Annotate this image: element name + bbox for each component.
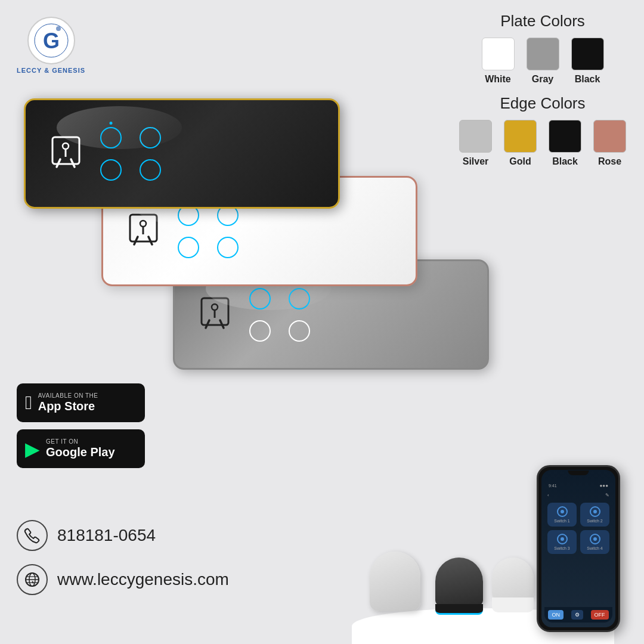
swatch-silver-label: Silver [463, 156, 489, 167]
apple-appstore-badge[interactable]:  Available on the App Store [17, 383, 145, 422]
globe-icon [17, 564, 48, 595]
svg-point-14 [212, 304, 218, 310]
swatch-silver [459, 120, 492, 153]
svg-text:G: G [43, 29, 60, 53]
phone-switches-grid: Switch 1 Switch 2 Switch 3 Switch 4 [546, 503, 611, 554]
phone-screen: 9:41 ●●● ‹ ✎ Switch 1 Switch 2 [541, 470, 615, 627]
website-url: www.leccygenesis.com [57, 570, 229, 589]
edge-rose-swatch: Rose [593, 120, 626, 167]
swatch-white [482, 38, 515, 70]
switch1-label: Switch 1 [554, 519, 569, 523]
phone-switch-2: Switch 2 [580, 503, 609, 527]
swatch-black-label: Black [575, 74, 600, 85]
phone-app-ui: 9:41 ●●● ‹ ✎ Switch 1 Switch 2 [541, 470, 615, 627]
phone-settings-button[interactable]: ⚙ [571, 610, 583, 620]
edge-silver-swatch: Silver [459, 120, 492, 167]
socket-icon-gray [193, 289, 237, 340]
switch2-label: Switch 2 [587, 519, 602, 523]
phone-switch-1: Switch 1 [547, 503, 577, 527]
swatch-black [571, 38, 604, 70]
phone-off-button[interactable]: OFF [591, 610, 609, 620]
phone-status-right: ●●● [600, 483, 609, 488]
touch-circles-black [100, 127, 161, 181]
phone-edit-icon: ✎ [605, 493, 609, 498]
phone-switch-4: Switch 4 [580, 530, 609, 554]
swatch-white-label: White [485, 74, 511, 85]
swatch-rose-label: Rose [598, 156, 621, 167]
devices-area: 9:41 ●●● ‹ ✎ Switch 1 Switch 2 [334, 441, 632, 644]
google-home [492, 558, 534, 611]
phone-contact: 818181-0654 [17, 520, 229, 551]
plate-colors-section: Plate Colors White Gray Black Edge Color… [459, 12, 626, 171]
google-play-icon: ▶ [25, 438, 40, 460]
plate-color-swatches: White Gray Black [459, 38, 626, 85]
google-badge-text: GET IT ON Google Play [46, 438, 115, 459]
google-home-mini [370, 552, 420, 611]
google-badge-sub: GET IT ON [46, 438, 115, 445]
swatch-gold [504, 120, 537, 153]
apple-badge-main: App Store [38, 399, 98, 413]
plate-colors-title: Plate Colors [459, 12, 626, 30]
phone-switch-3: Switch 3 [547, 530, 577, 554]
swatch-gold-label: Gold [509, 156, 531, 167]
phone-number: 818181-0654 [57, 526, 156, 545]
google-badge-main: Google Play [46, 445, 115, 459]
edge-black-swatch: Black [549, 120, 581, 167]
smartphone: 9:41 ●●● ‹ ✎ Switch 1 Switch 2 [537, 465, 620, 632]
edge-colors-title: Edge Colors [459, 94, 626, 113]
socket-icon-black [44, 128, 88, 179]
switch4-label: Switch 4 [587, 546, 602, 550]
swatch-gray-label: Gray [532, 74, 553, 85]
contact-section: 818181-0654 www.leccygenesis.com [17, 520, 229, 608]
swatch-edge-black-label: Black [552, 156, 578, 167]
brand-logo-svg: G [33, 23, 69, 58]
edge-gold-swatch: Gold [504, 120, 537, 167]
app-badges:  Available on the App Store ▶ GET IT ON… [17, 383, 145, 468]
google-play-badge[interactable]: ▶ GET IT ON Google Play [17, 429, 145, 468]
phone-on-button[interactable]: ON [548, 610, 564, 620]
touch-circles-gray [249, 288, 310, 342]
switch3-label: Switch 3 [554, 546, 569, 550]
apple-badge-text: Available on the App Store [38, 392, 98, 413]
apple-badge-sub: Available on the [38, 392, 98, 399]
swatch-gray [527, 38, 559, 70]
phone-icon [17, 520, 48, 551]
touch-circles-white [178, 205, 239, 258]
amazon-echo-dot [435, 558, 483, 611]
apple-icon:  [25, 392, 32, 414]
website-contact: www.leccygenesis.com [17, 564, 229, 595]
svg-point-9 [140, 221, 146, 227]
plate-gray-swatch: Gray [527, 38, 559, 85]
brand-name: LECCY & GENESIS [17, 67, 85, 74]
panel-black [24, 98, 340, 209]
logo-circle: G [27, 17, 75, 64]
svg-point-4 [63, 143, 69, 149]
swatch-rose [593, 120, 626, 153]
panels-container [24, 98, 429, 408]
plate-white-swatch: White [482, 38, 515, 85]
logo-area: G LECCY & GENESIS [17, 17, 85, 74]
plate-black-swatch: Black [571, 38, 604, 85]
swatch-edge-black [549, 120, 581, 153]
phone-back-icon: ‹ [547, 493, 549, 498]
svg-point-2 [56, 26, 61, 31]
svg-marker-23 [32, 581, 34, 584]
phone-status-left: 9:41 [549, 484, 557, 488]
socket-icon-white [121, 206, 166, 256]
edge-color-swatches: Silver Gold Black Rose [459, 120, 626, 167]
